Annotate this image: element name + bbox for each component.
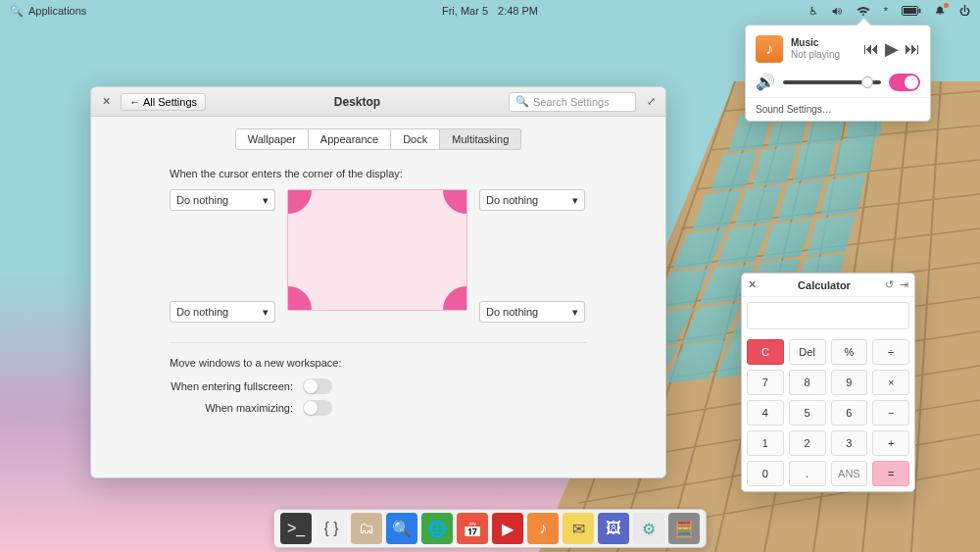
maximize-icon[interactable]: ⤢ <box>642 95 660 108</box>
close-icon[interactable]: ✕ <box>748 278 763 291</box>
calculator-window: ✕ Calculator ↺ ⇥ CDel%÷789×456−123+0.ANS… <box>741 273 915 492</box>
history-icon[interactable]: ↺ <box>885 278 894 291</box>
corner-indicator-bl <box>288 286 312 310</box>
calc-button-8[interactable]: 8 <box>789 370 826 395</box>
time-label[interactable]: 2:48 PM <box>498 5 538 17</box>
music-app-icon: ♪ <box>756 35 783 63</box>
corner-section-label: When the cursor enters the corner of the… <box>170 168 587 179</box>
dock-calendar[interactable]: 📅 <box>457 513 488 544</box>
power-icon[interactable]: ⏻ <box>959 5 970 17</box>
dock-terminal[interactable]: >_ <box>280 513 312 544</box>
fullscreen-switch[interactable] <box>303 378 332 394</box>
calc-button-6[interactable]: 6 <box>831 400 868 426</box>
corner-bottom-left-dropdown[interactable]: Do nothing▾ <box>170 301 275 323</box>
calc-button-×[interactable]: × <box>872 370 909 395</box>
tab-wallpaper[interactable]: Wallpaper <box>235 128 309 150</box>
back-icon: ← <box>129 96 140 108</box>
chevron-down-icon: ▾ <box>263 306 269 319</box>
sound-settings-link[interactable]: Sound Settings… <box>746 97 930 115</box>
calc-button-9[interactable]: 9 <box>831 370 868 395</box>
calc-button-2[interactable]: 2 <box>789 430 826 456</box>
media-title: Music <box>791 37 856 49</box>
calc-button-del[interactable]: Del <box>789 339 826 365</box>
search-input[interactable]: 🔍 Search Settings <box>509 92 636 112</box>
calc-button-+[interactable]: + <box>872 430 909 456</box>
tab-dock[interactable]: Dock <box>391 128 440 150</box>
calc-button-ans[interactable]: ANS <box>831 461 868 486</box>
calc-button-3[interactable]: 3 <box>831 430 868 456</box>
calc-button-%[interactable]: % <box>831 339 868 365</box>
corner-indicator-br <box>443 286 466 310</box>
calc-button-÷[interactable]: ÷ <box>872 339 909 365</box>
media-status: Not playing <box>791 49 856 61</box>
calc-button-1[interactable]: 1 <box>747 430 784 456</box>
tab-appearance[interactable]: Appearance <box>309 128 391 150</box>
dock-photos[interactable]: 🖼 <box>598 513 629 544</box>
calc-button-.[interactable]: . <box>789 461 826 486</box>
svg-rect-51 <box>919 9 921 13</box>
corner-indicator-tl <box>288 190 312 214</box>
corner-preview <box>287 189 467 311</box>
corner-bottom-right-dropdown[interactable]: Do nothing▾ <box>479 301 585 323</box>
dock-music[interactable]: ♪ <box>527 513 559 544</box>
chevron-down-icon: ▾ <box>572 306 578 319</box>
dock: >_{ }🗂🔍🌐📅▶♪✉🖼⚙🧮 <box>273 509 707 548</box>
volume-slider[interactable] <box>783 80 881 84</box>
wifi-icon[interactable] <box>857 6 870 17</box>
corner-indicator-tr <box>443 190 466 214</box>
volume-icon[interactable]: 🔊︎ <box>832 5 843 17</box>
topbar: 🔍 Applications Fri, Mar 5 2:48 PM ♿︎ 🔊︎ … <box>0 0 980 22</box>
calc-button-0[interactable]: 0 <box>747 461 784 486</box>
calc-button-−[interactable]: − <box>872 400 909 426</box>
search-placeholder: Search Settings <box>533 96 610 108</box>
notifications-icon[interactable]: 🔔︎ <box>935 5 946 17</box>
all-settings-label: All Settings <box>143 96 197 108</box>
calc-button-4[interactable]: 4 <box>747 400 784 426</box>
settings-window: ✕ ← All Settings Desktop 🔍 Search Settin… <box>90 86 666 478</box>
close-icon[interactable]: ✕ <box>97 93 115 111</box>
dock-calculator[interactable]: 🧮 <box>668 513 700 544</box>
dock-tweaks[interactable]: ⚙ <box>633 513 664 544</box>
next-track-icon[interactable]: ⏭︎ <box>905 40 920 58</box>
calc-button-7[interactable]: 7 <box>747 370 784 395</box>
dock-mail[interactable]: ✉ <box>563 513 594 544</box>
dock-youtube[interactable]: ▶ <box>492 513 523 544</box>
calculator-title: Calculator <box>763 279 885 291</box>
tab-multitasking[interactable]: Multitasking <box>440 128 521 150</box>
window-title: Desktop <box>206 95 509 109</box>
play-icon[interactable]: ▶︎ <box>885 38 899 60</box>
previous-track-icon[interactable]: ⏮︎ <box>863 40 879 58</box>
svg-rect-52 <box>904 8 916 14</box>
dock-files[interactable]: 🗂 <box>351 513 382 544</box>
expand-icon[interactable]: ⇥ <box>900 278 908 291</box>
dock-browser[interactable]: 🌐 <box>421 513 453 544</box>
applications-menu[interactable]: Applications <box>28 5 86 17</box>
accessibility-icon[interactable]: ♿︎ <box>808 5 818 18</box>
workspace-section-label: Move windows to a new workspace: <box>170 357 587 369</box>
speaker-icon[interactable]: 🔊 <box>756 73 775 91</box>
maximize-switch-label: When maximizing: <box>205 402 293 414</box>
dock-code[interactable]: { } <box>316 513 347 544</box>
volume-toggle[interactable] <box>889 74 920 91</box>
corner-top-right-dropdown[interactable]: Do nothing▾ <box>479 189 585 211</box>
fullscreen-switch-label: When entering fullscreen: <box>171 380 293 392</box>
date-label[interactable]: Fri, Mar 5 <box>442 5 488 17</box>
calculator-display[interactable] <box>747 302 909 329</box>
chevron-down-icon: ▾ <box>572 194 578 207</box>
search-icon: 🔍 <box>515 95 529 108</box>
calc-button-5[interactable]: 5 <box>789 400 826 426</box>
search-icon[interactable]: 🔍 <box>10 5 24 18</box>
calc-button-=[interactable]: = <box>872 461 909 486</box>
dock-search[interactable]: 🔍 <box>386 513 417 544</box>
bluetooth-icon[interactable]: * <box>884 5 888 17</box>
sound-popover: ♪ Music Not playing ⏮︎ ▶︎ ⏭︎ 🔊 Sound Set… <box>745 25 931 122</box>
calc-button-c[interactable]: C <box>747 339 784 365</box>
all-settings-button[interactable]: ← All Settings <box>121 93 206 111</box>
battery-icon[interactable] <box>902 6 921 16</box>
chevron-down-icon: ▾ <box>263 194 269 207</box>
corner-top-left-dropdown[interactable]: Do nothing▾ <box>170 189 275 211</box>
maximize-switch[interactable] <box>303 400 332 416</box>
